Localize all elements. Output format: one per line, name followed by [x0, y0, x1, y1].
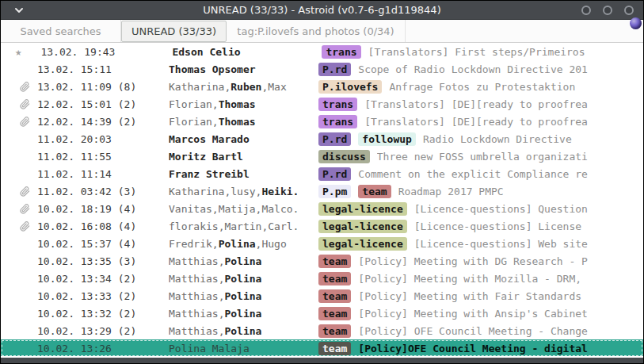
author-name: Fredrik — [169, 238, 212, 250]
thread-tags-subject: P.ilovefsAnfrage Fotos zu Protestaktion — [318, 80, 643, 94]
tag-followup: followup — [358, 132, 416, 146]
thread-tags-subject: legal-licence[Licence-questions] License — [318, 220, 643, 233]
thread-row[interactable]: 13.02. 11:09 (8)Katharina,Ruben,MaxP.ilo… — [1, 78, 643, 95]
thread-row[interactable]: 10.02. 13:32 (2)Matthias,Polinateam[Poli… — [1, 305, 643, 322]
author-name: Matija — [219, 203, 256, 215]
tag-legal-licence: legal-licence — [318, 202, 407, 216]
thread-row[interactable]: 11.02. 20:03Marcos MaradoP.rdfollowupRad… — [1, 130, 643, 148]
author-name: Polina — [224, 255, 261, 267]
thread-row[interactable]: 10.02. 18:19 (4)Vanitas,Matija,Malco.leg… — [1, 200, 643, 217]
status-bar — [1, 357, 643, 363]
tag-P.rd: P.rd — [318, 63, 351, 76]
author-name: Polina — [224, 290, 261, 302]
thread-date: 10.02. 13:29 (2) — [37, 325, 169, 337]
thread-row[interactable]: 10.02. 13:33 (2)Matthias,Polinateam[Poli… — [1, 287, 643, 305]
tab-unread[interactable]: UNREAD (33/33) — [121, 21, 227, 42]
thread-authors: Matthias,Polina — [169, 290, 318, 302]
author-name: Moritz Bartl — [169, 151, 243, 163]
chevron-down-icon[interactable] — [13, 5, 25, 16]
thread-row[interactable]: 11.02. 11:14Franz StreiblP.rdComment on … — [1, 165, 643, 182]
paperclip-icon — [18, 117, 37, 127]
thread-row[interactable]: 12.02. 15:01 (2)Florian,Thomastrans[Tran… — [1, 95, 643, 113]
thread-row[interactable]: 10.02. 13:35 (3)Matthias,Polinateam[Poli… — [1, 252, 643, 270]
author-name: Marcos Marado — [169, 133, 250, 145]
thread-row[interactable]: 10.02. 15:37 (4)Fredrik,Polina,Hugolegal… — [1, 235, 643, 252]
tag-team: team — [318, 324, 351, 338]
thread-tags-subject: P.rdfollowupRadio Lockdown Directive — [318, 132, 643, 146]
thread-authors: Marcos Marado — [169, 133, 318, 145]
author-name: Polina — [224, 308, 261, 320]
tag-trans: trans — [318, 115, 357, 128]
thread-subject: Anfrage Fotos zu Protestaktion — [389, 81, 575, 93]
thread-authors: Matthias,Polina — [169, 325, 318, 337]
astroid-window: UNREAD (33/33) - Astroid (v0.7-6-g1d1198… — [0, 0, 644, 364]
thread-tags-subject: team[Policy] OFE Council Meeting - Chang… — [318, 324, 643, 338]
thread-tags-subject: team[Policy] Meeting with Fair Standards — [318, 289, 643, 303]
author-name: Hugo — [261, 238, 286, 250]
author-name: Franz Streibl — [169, 168, 250, 180]
thread-row[interactable]: 11.02. 11:55Moritz BartldiscussThree new… — [1, 148, 643, 165]
thread-authors: Matthias,Polina — [169, 255, 318, 267]
thread-tags-subject: team[Policy] Meeting with Mozilla - DRM, — [318, 272, 643, 285]
tag-team: team — [318, 342, 351, 355]
tag-P.rd: P.rd — [318, 132, 351, 146]
thread-row[interactable]: 10.02. 13:29 (2)Matthias,Polinateam[Poli… — [1, 322, 643, 339]
tag-P.pm: P.pm — [318, 185, 351, 198]
author-name: Heiki. — [261, 186, 299, 197]
tag-discuss: discuss — [318, 150, 370, 163]
paperclip-icon — [18, 82, 37, 92]
author-name: Martin — [224, 220, 261, 232]
thread-subject: [Policy] OFE Council Meeting - Change — [358, 325, 588, 337]
tab-bar: Saved searches UNREAD (33/33) tag:P.ilov… — [1, 20, 643, 43]
thread-date: 12.02. 14:39 (2) — [37, 116, 169, 128]
tag-P.rd: P.rd — [318, 167, 351, 181]
thread-row[interactable]: 10.02. 16:08 (4)florakis,Martin,Carl.leg… — [1, 217, 643, 235]
author-name: Polina — [224, 273, 261, 285]
tab-saved-searches[interactable]: Saved searches — [1, 20, 121, 42]
thread-authors: Polina Malaja — [169, 343, 318, 354]
thread-date: 10.02. 18:19 (4) — [37, 203, 169, 215]
star-icon: ★ — [1, 46, 21, 57]
thread-subject: Radio Lockdown Directive — [423, 133, 572, 145]
thread-tags-subject: trans[Translators] [DE][ready to proofre… — [318, 115, 643, 128]
author-name: Vanitas — [169, 203, 212, 215]
thread-subject: Roadmap 2017 PMPC — [398, 186, 504, 197]
tag-trans: trans — [318, 98, 357, 111]
window-button-1[interactable] — [581, 6, 591, 15]
tag-team: team — [318, 289, 351, 303]
globe-icon — [630, 17, 642, 29]
author-name: Matthias — [169, 273, 219, 285]
thread-tags-subject: team[Policy] Meeting with DG Research - … — [318, 255, 643, 268]
author-name: Matthias — [169, 290, 219, 302]
thread-row[interactable]: 10.02. 13:34 (2)Matthias,Polinateam[Poli… — [1, 270, 643, 287]
thread-row[interactable]: 10.02. 13:26Polina Malajateam[Policy]OFE… — [1, 339, 643, 356]
thread-row[interactable]: 12.02. 14:39 (2)Florian,Thomastrans[Tran… — [1, 113, 643, 130]
tab-filter-ilovefs[interactable]: tag:P.ilovefs and photos (0/34) — [227, 20, 406, 42]
thread-tags-subject: trans[Translators] [DE][ready to proofre… — [318, 98, 643, 111]
thread-date: 11.02. 11:14 — [37, 168, 169, 180]
thread-subject: [Licence-questions] Web site — [414, 238, 588, 250]
thread-row[interactable]: 13.02. 15:11Thomas OpsomerP.rdScope of R… — [1, 60, 643, 78]
thread-date: 10.02. 13:33 (2) — [37, 290, 169, 302]
thread-subject: [Translators] [DE][ready to proofrea — [364, 116, 588, 128]
thread-tags-subject: discussThree new FOSS umbrella organizat… — [318, 150, 643, 163]
thread-authors: Moritz Bartl — [169, 151, 318, 163]
thread-date: 10.02. 13:32 (2) — [37, 308, 169, 320]
thread-subject: [Translators] First steps/Primeiros — [368, 46, 585, 58]
author-name: Thomas Opsomer — [169, 63, 256, 75]
tag-team: team — [318, 255, 351, 268]
paperclip-icon — [18, 204, 37, 214]
thread-list: ★13.02. 19:43Edson Celiotrans[Translator… — [1, 43, 643, 356]
thread-row[interactable]: ★13.02. 19:43Edson Celiotrans[Translator… — [1, 43, 643, 60]
window-button-3[interactable] — [624, 6, 634, 15]
window-title: UNREAD (33/33) - Astroid (v0.7-6-g1d1198… — [1, 4, 643, 16]
author-name: Malco. — [261, 203, 299, 215]
thread-authors: Fredrik,Polina,Hugo — [169, 238, 318, 250]
thread-tags-subject: team[Policy]OFE Council Meeting - digita… — [318, 342, 643, 355]
author-name: Polina — [219, 238, 256, 250]
paperclip-icon — [18, 186, 37, 197]
thread-date: 13.02. 11:09 (8) — [37, 81, 169, 93]
thread-row[interactable]: 11.02. 03:42 (3)Katharina,lusy,Heiki.P.p… — [1, 182, 643, 200]
window-button-2[interactable] — [603, 6, 612, 15]
author-name: Matthias — [169, 308, 219, 320]
